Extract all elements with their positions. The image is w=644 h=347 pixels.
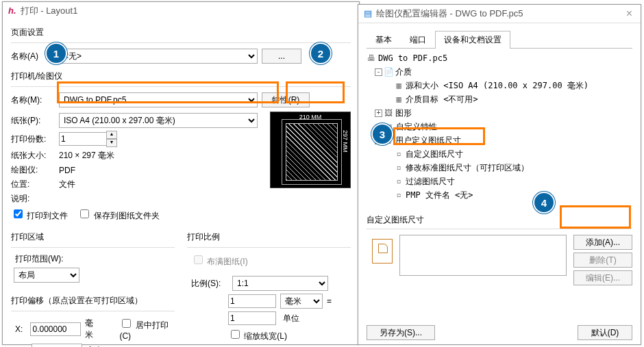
paper-icon (372, 239, 393, 264)
tree-user-paper[interactable]: 用户定义图纸尺寸 (395, 133, 461, 147)
scale-v2-input[interactable] (228, 311, 276, 325)
saveas-button[interactable]: 另存为(S)... (367, 325, 435, 340)
tree-graphics[interactable]: 图形 (395, 106, 412, 120)
chk-to-file[interactable]: 打印到文件 (11, 207, 68, 222)
tree-filter-paper[interactable]: 过滤图纸尺寸 (406, 175, 455, 188)
tree-root[interactable]: DWG to PDF.pc5 (378, 51, 447, 65)
location-value: 文件 (59, 179, 75, 190)
x-unit: 毫米 (85, 318, 100, 341)
name-a-select[interactable]: <无> (59, 49, 258, 64)
tab-basic[interactable]: 基本 (367, 31, 401, 49)
scale-unit-select[interactable]: 毫米 (280, 294, 323, 309)
properties-button[interactable]: 特性(R) (262, 92, 310, 107)
paper-p-label: 纸张(P): (11, 115, 55, 127)
location-label: 位置: (11, 179, 55, 190)
delete-button: 删除(T) (573, 253, 632, 268)
app-icon: h. (8, 2, 16, 20)
preview-height: 297 MM (342, 130, 349, 153)
y-input[interactable] (32, 344, 82, 347)
area-group: 打印区域 (11, 231, 175, 243)
tree-modify-std[interactable]: 修改标准图纸尺寸（可打印区域） (406, 161, 529, 175)
tab-port[interactable]: 端口 (401, 31, 435, 49)
add-button[interactable]: 添加(A)... (573, 235, 632, 250)
window-title: 打印 - Layout1 (21, 2, 78, 20)
name-a-more-button[interactable]: ... (262, 49, 301, 64)
scale-v1-input[interactable] (228, 294, 276, 308)
tab-device[interactable]: 设备和文档设置 (435, 31, 510, 49)
custom-paper-list[interactable] (399, 235, 567, 276)
tree-custom-props[interactable]: 自定义特性 (396, 120, 437, 133)
scale-group: 打印比例 (187, 231, 351, 243)
tree-media-src[interactable]: 源和大小 <ISO A4 (210.00 x 297.00 毫米) (406, 79, 589, 92)
badge-1: 1 (45, 42, 67, 64)
paper-size-label: 纸张大小: (11, 150, 55, 162)
equals-label: = (327, 296, 332, 306)
badge-4: 4 (533, 192, 555, 214)
edit-button: 编辑(E)... (573, 270, 632, 285)
chk-center[interactable]: 居中打印(C) (119, 317, 175, 341)
tree-custom-paper[interactable]: 自定义图纸尺寸 (406, 147, 463, 161)
custom-paper-section: 自定义图纸尺寸 (367, 214, 632, 226)
chk-save-folder[interactable]: 保存到图纸文件夹 (77, 207, 159, 222)
copies-stepper[interactable]: ▲▼ (106, 131, 117, 147)
tree-media-tgt[interactable]: 介质目标 <不可用> (406, 92, 478, 106)
area-range-label: 打印范围(W): (15, 253, 175, 265)
config-icon: ▤ (364, 5, 372, 23)
x-label: X: (15, 324, 26, 334)
badge-2: 2 (310, 42, 332, 64)
y-unit: 毫米 (86, 345, 103, 348)
x-input[interactable] (30, 322, 81, 336)
tree-media[interactable]: 介质 (395, 65, 412, 79)
chk-fit-paper: 布满图纸(I) (191, 257, 248, 266)
config-tree[interactable]: 🖶DWG to PDF.pc5 -📄介质 ▦源和大小 <ISO A4 (210.… (367, 49, 632, 207)
name-m-select[interactable]: DWG to PDF.pc5 (59, 92, 258, 107)
copies-label: 打印份数: (11, 133, 55, 145)
chk-scale-lw[interactable]: 缩放线宽(L) (228, 331, 287, 341)
copies-input[interactable] (59, 132, 107, 146)
scale-s-label: 比例(S): (191, 278, 228, 290)
plotter-value: PDF (59, 166, 75, 175)
page-setup-group: 页面设置 (11, 27, 351, 38)
paper-p-select[interactable]: ISO A4 (210.00 x 297.00 毫米) (59, 113, 258, 128)
scale-s-select[interactable]: 1:1 (232, 276, 328, 291)
paper-size-value: 210 × 297 毫米 (59, 150, 114, 162)
badge-3: 3 (371, 123, 393, 145)
plotter-label: 绘图仪: (11, 164, 55, 176)
default-button[interactable]: 默认(D) (578, 325, 632, 340)
close-button[interactable]: × (623, 5, 635, 23)
paper-preview: 210 MM 297 MM (270, 112, 351, 188)
area-range-select[interactable]: 布局 (14, 268, 79, 283)
config-title: 绘图仪配置编辑器 - DWG to PDF.pc5 (376, 5, 523, 23)
units-label: 单位 (280, 313, 325, 324)
name-m-label: 名称(M): (11, 94, 55, 106)
tree-pmp-file[interactable]: PMP 文件名 <无> (406, 188, 473, 202)
desc-label: 说明: (11, 193, 55, 205)
offset-group: 打印偏移（原点设置在可打印区域） (11, 295, 175, 307)
printer-group: 打印机/绘图仪 (11, 70, 351, 82)
